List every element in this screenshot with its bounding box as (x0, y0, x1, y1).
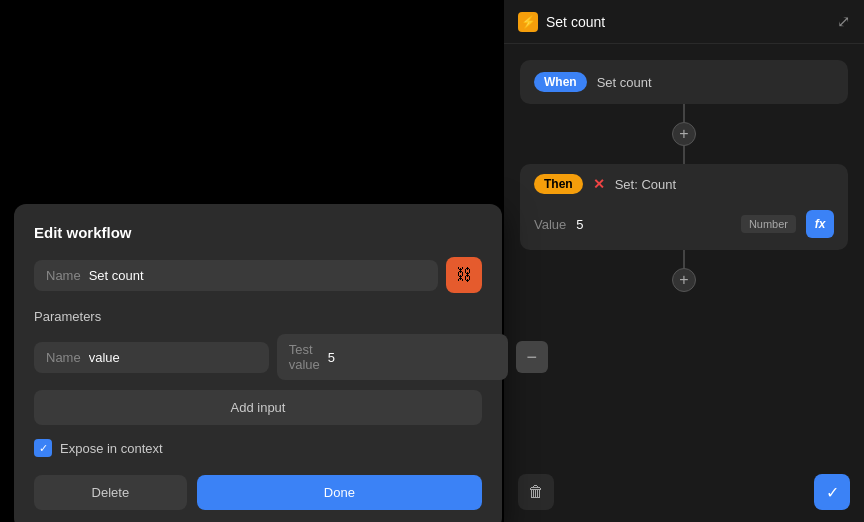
connector-1: + (672, 104, 696, 164)
name-row: Name ⛓ (34, 257, 482, 293)
workflow-icon-button[interactable]: ⛓ (446, 257, 482, 293)
workflow-canvas: When Set count + Then ✕ Set: Count Value… (504, 44, 864, 462)
parameters-label: Parameters (34, 309, 482, 324)
confirm-btn[interactable]: ✓ (814, 474, 850, 510)
connector-line-3 (683, 250, 685, 268)
add-step-btn-2[interactable]: + (672, 268, 696, 292)
name-input-wrapper: Name (34, 260, 438, 291)
name-prefix: Name (46, 268, 81, 283)
workflow-header: ⚡ Set count ⤢ (504, 0, 864, 44)
expose-label: Expose in context (60, 441, 163, 456)
done-button[interactable]: Done (197, 475, 482, 510)
then-badge[interactable]: Then (534, 174, 583, 194)
param-test-input-wrapper: Test value (277, 334, 508, 380)
delete-workflow-btn[interactable]: 🗑 (518, 474, 554, 510)
modal-title: Edit workflow (34, 224, 482, 241)
connector-2: + (672, 250, 696, 292)
then-block-content: Value 5 Number fx (520, 204, 848, 250)
then-block-title: Set: Count (615, 177, 676, 192)
x-icon: ✕ (593, 176, 605, 192)
expand-icon[interactable]: ⤢ (837, 12, 850, 31)
expose-row: ✓ Expose in context (34, 439, 482, 457)
add-input-button[interactable]: Add input (34, 390, 482, 425)
delete-button[interactable]: Delete (34, 475, 187, 510)
workflow-title: Set count (546, 14, 605, 30)
param-test-prefix: Test value (289, 342, 320, 372)
param-name-prefix: Name (46, 350, 81, 365)
remove-param-btn[interactable]: − (516, 341, 548, 373)
add-step-btn-1[interactable]: + (672, 122, 696, 146)
workflow-header-left: ⚡ Set count (518, 12, 605, 32)
when-block-label: Set count (597, 75, 652, 90)
check-icon: ✓ (39, 442, 48, 455)
when-badge[interactable]: When (534, 72, 587, 92)
then-block-header: Then ✕ Set: Count (520, 164, 848, 204)
value-number: 5 (576, 217, 731, 232)
expose-checkbox[interactable]: ✓ (34, 439, 52, 457)
then-block: Then ✕ Set: Count Value 5 Number fx (520, 164, 848, 250)
number-type-badge: Number (741, 215, 796, 233)
value-label: Value (534, 217, 566, 232)
workflow-panel: ⚡ Set count ⤢ When Set count + Then ✕ Se… (504, 0, 864, 522)
param-row: Name Test value − (34, 334, 482, 380)
bolt-icon: ⚡ (518, 12, 538, 32)
param-test-field[interactable] (328, 350, 496, 365)
param-name-input-wrapper: Name (34, 342, 269, 373)
name-input[interactable] (89, 268, 426, 283)
workflow-actions: 🗑 ✓ (504, 462, 864, 522)
param-name-field[interactable] (89, 350, 257, 365)
when-block: When Set count (520, 60, 848, 104)
edit-workflow-modal: Edit workflow Name ⛓ Parameters Name Tes… (14, 204, 502, 522)
fx-button[interactable]: fx (806, 210, 834, 238)
modal-actions: Delete Done (34, 475, 482, 510)
connector-line-1 (683, 104, 685, 122)
connector-line-2 (683, 146, 685, 164)
